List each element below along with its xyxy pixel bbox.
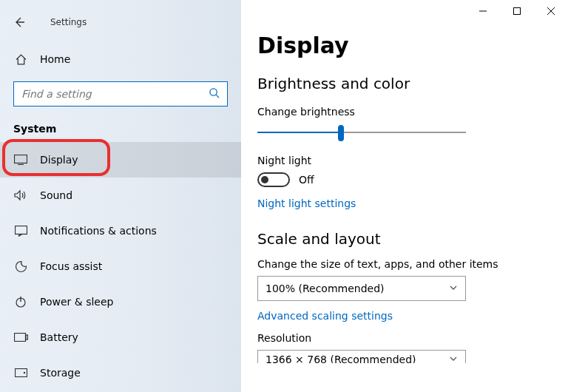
slider-thumb[interactable]: [338, 125, 344, 141]
svg-point-4: [210, 89, 217, 95]
nav-home-label: Home: [40, 53, 70, 65]
brightness-label: Change brightness: [257, 106, 546, 118]
focus-assist-icon: [13, 260, 28, 273]
sidebar-item-notifications[interactable]: Notifications & actions: [0, 213, 241, 249]
sound-icon: [13, 189, 28, 201]
sidebar-item-focus-assist[interactable]: Focus assist: [0, 249, 241, 284]
resolution-label: Resolution: [257, 332, 546, 344]
nightlight-settings-link[interactable]: Night light settings: [257, 197, 546, 209]
display-icon: [13, 155, 28, 165]
svg-line-5: [216, 95, 219, 98]
sidebar-item-display[interactable]: Display: [0, 142, 241, 178]
search-icon: [209, 87, 220, 101]
sidebar-item-label: Sound: [40, 189, 72, 201]
resolution-dropdown[interactable]: 1366 × 768 (Recommended): [257, 350, 466, 363]
nightlight-toggle[interactable]: [257, 172, 290, 187]
svg-rect-12: [26, 335, 28, 339]
titlebar: Settings: [0, 10, 241, 34]
window-title: Settings: [50, 17, 87, 27]
scale-dropdown[interactable]: 100% (Recommended): [257, 276, 466, 301]
chevron-down-icon: [449, 354, 458, 363]
section-scale-title: Scale and layout: [257, 230, 546, 248]
minimize-button[interactable]: [466, 0, 500, 22]
back-button[interactable]: [13, 16, 25, 28]
sidebar-item-label: Battery: [40, 331, 78, 343]
svg-rect-8: [15, 226, 27, 234]
sidebar-item-label: Display: [40, 154, 78, 166]
svg-rect-11: [14, 334, 25, 342]
sidebar-item-label: Notifications & actions: [40, 225, 157, 237]
svg-rect-1: [514, 8, 521, 15]
scale-value: 100% (Recommended): [266, 283, 385, 294]
battery-icon: [13, 333, 28, 342]
sidebar-item-sound[interactable]: Sound: [0, 178, 241, 213]
search-input[interactable]: [21, 88, 209, 100]
main-content: Display Brightness and color Change brig…: [241, 0, 568, 392]
chevron-down-icon: [449, 283, 458, 294]
nightlight-state: Off: [299, 174, 314, 186]
home-icon: [13, 53, 28, 66]
advanced-scaling-link[interactable]: Advanced scaling settings: [257, 310, 546, 322]
sidebar-item-label: Power & sleep: [40, 296, 113, 308]
scale-label: Change the size of text, apps, and other…: [257, 258, 546, 270]
nav-home[interactable]: Home: [0, 44, 241, 74]
nightlight-label: Night light: [257, 155, 546, 166]
toggle-knob: [261, 176, 268, 183]
svg-rect-6: [15, 155, 27, 163]
storage-icon: [13, 368, 28, 377]
section-brightness-title: Brightness and color: [257, 75, 546, 92]
resolution-value: 1366 × 768 (Recommended): [266, 354, 416, 363]
settings-window: Settings Home System Display Sound: [0, 0, 568, 392]
search-box[interactable]: [13, 81, 228, 107]
window-controls: [466, 0, 568, 22]
sidebar-item-battery[interactable]: Battery: [0, 320, 241, 355]
sidebar: Settings Home System Display Sound: [0, 0, 241, 392]
sidebar-item-label: Storage: [40, 367, 81, 379]
sidebar-item-power-sleep[interactable]: Power & sleep: [0, 284, 241, 320]
sidebar-category: System: [0, 107, 241, 142]
notifications-icon: [13, 226, 28, 237]
sidebar-item-storage[interactable]: Storage: [0, 355, 241, 391]
power-icon: [13, 296, 28, 308]
close-button[interactable]: [534, 0, 568, 22]
slider-fill: [257, 132, 341, 133]
brightness-slider[interactable]: [257, 124, 466, 141]
page-title: Display: [257, 33, 546, 58]
maximize-button[interactable]: [500, 0, 534, 22]
nightlight-toggle-row: Off: [257, 172, 546, 187]
sidebar-item-label: Focus assist: [40, 260, 102, 272]
svg-point-14: [23, 372, 24, 374]
